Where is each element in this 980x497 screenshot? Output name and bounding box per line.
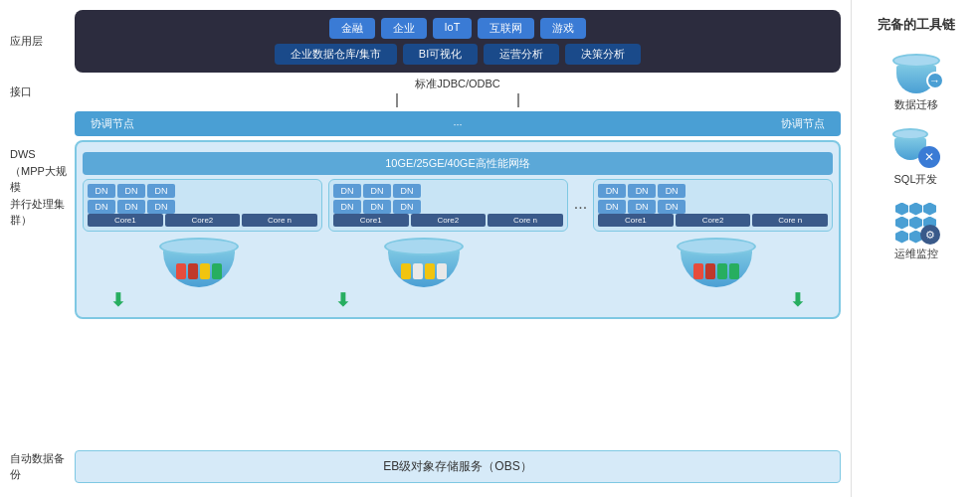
dn-cell: DN [628,200,656,214]
dn-cell: DN [117,200,145,214]
core-cell: Core1 [598,214,674,227]
app-tag-internet: 互联网 [478,18,534,39]
app-row-1: 金融 企业 IoT 互联网 游戏 [85,18,831,39]
app-tag-ops: 运营分析 [484,44,559,65]
app-tag-bi: BI可视化 [403,44,478,65]
coord-dots: ··· [453,118,462,130]
app-row-2: 企业数据仓库/集市 BI可视化 运营分析 决策分析 [85,44,831,65]
dn-cell: DN [147,184,175,198]
dn-cell: DN [333,200,361,214]
dn-cell: DN [598,200,626,214]
hex-cell [895,231,908,244]
hex-cell [895,217,908,230]
coordinator-bar: 协调节点 ··· 协调节点 [75,111,841,136]
arrow-2: ⬇ [335,289,350,311]
drum-3 [677,238,756,287]
storage-group-3 [604,238,829,287]
drum-1 [159,238,239,287]
app-tag-decision: 决策分析 [565,44,641,65]
obs-bar: EB级对象存储服务（OBS） [75,450,841,483]
network-bar: 10GE/25GE/40GE高性能网络 [83,152,833,175]
app-box: 金融 企业 IoT 互联网 游戏 企业数据仓库/集市 BI可视化 运营分析 决策… [75,10,841,73]
core-cell: Core n [488,214,563,227]
dn-grid-3: DN DN DN DN DN DN [598,184,828,214]
db-top [892,54,940,68]
coord-right: 协调节点 [781,116,825,131]
dn-cell: DN [88,200,115,214]
core-row-2: Core1 Core2 Core n [333,214,563,227]
core-cell: Core1 [88,214,163,227]
coordinator-content: 协调节点 ··· 协调节点 [75,111,841,136]
dn-cell: DN [363,200,391,214]
node-group-1: DN DN DN DN DN DN Core1 Core2 Core n [83,179,322,232]
storage-group-1 [87,238,311,287]
dws-layer-content: 10GE/25GE/40GE高性能网络 DN DN DN DN DN DN [75,140,841,319]
dn-cell: DN [147,200,175,214]
tool-item-ops: ⚙ 运维监控 [862,203,970,261]
gear-icon: ⚙ [920,225,940,245]
block-red3 [693,263,703,279]
hex-cell [923,203,936,216]
app-layer-label: 应用层 [10,34,75,49]
arrow-1: ⬇ [110,289,125,311]
core-cell: Core n [752,214,828,227]
interface-layer-label: 接口 [10,84,75,99]
arrows-row: ⬇ ⬇ ⬇ [83,289,833,311]
core-cell: Core2 [165,214,241,227]
block-red [176,263,186,279]
interface-layer-content: 标准JDBC/ODBC [75,77,841,107]
page-container: 应用层 金融 企业 IoT 互联网 游戏 企业数据仓库/集市 BI可视化 运营分… [0,0,980,497]
node-group-3: DN DN DN DN DN DN Core1 Core2 Core n [593,179,833,232]
color-blocks-2 [401,263,447,279]
block-white2 [437,263,447,279]
block-green [212,263,222,279]
app-layer-row: 应用层 金融 企业 IoT 互联网 游戏 企业数据仓库/集市 BI可视化 运营分… [10,10,841,73]
storage-group-2 [311,238,536,287]
hex-cell [895,203,908,216]
sql-dev-icon: ✕ [892,128,940,168]
app-tag-dw: 企业数据仓库/集市 [275,44,397,65]
drum-top-1 [159,238,239,255]
interface-layer-row: 接口 标准JDBC/ODBC [10,77,841,107]
obs-content: EB级对象存储服务（OBS） [75,450,841,483]
tool-label-sql: SQL开发 [893,172,937,187]
obs-layer-row: 自动数据备份 EB级对象存储服务（OBS） [10,450,841,483]
dws-layer-row: DWS （MPP大规模 并行处理集群） 10GE/25GE/40GE高性能网络 … [10,140,841,446]
hex-cell [909,217,922,230]
dws-layer-label: DWS （MPP大规模 并行处理集群） [10,140,75,229]
right-sidebar: 完备的工具链 → 数据迁移 ✕ [851,0,980,497]
core-cell: Core2 [676,214,751,227]
coord-left: 协调节点 [91,116,134,131]
block-yellow2 [401,263,411,279]
dn-cell: DN [658,200,686,214]
block-green2 [717,263,727,279]
tool-item-migration: → 数据迁移 [862,54,970,112]
dn-cell: DN [658,184,686,198]
dn-grid-1: DN DN DN DN DN DN [88,184,317,214]
dn-cell: DN [88,184,115,198]
color-blocks-3 [693,263,739,279]
dn-cell: DN [628,184,656,198]
dn-cell: DN [117,184,145,198]
interface-text: 标准JDBC/ODBC [415,77,500,91]
app-tag-game: 游戏 [540,18,586,39]
ops-monitor-icon: ⚙ [892,203,940,243]
database-migration-icon: → [892,54,940,93]
sql-db-top [892,128,928,140]
migration-arrow-icon: → [926,72,944,89]
core-row-1: Core1 Core2 Core n [88,214,317,227]
app-tag-enterprise: 企业 [381,18,427,39]
interface-line: 标准JDBC/ODBC [75,77,841,107]
block-white [413,263,423,279]
app-tag-iot: IoT [433,18,473,39]
storage-row [83,238,833,287]
tool-label-ops: 运维监控 [894,247,938,261]
tool-label-migration: 数据迁移 [894,97,938,112]
block-yellow [200,263,210,279]
block-green3 [729,263,739,279]
core-cell: Core n [242,214,317,227]
arrow-3: ⬇ [790,289,805,311]
drum-2 [384,238,464,287]
tool-item-sql: ✕ SQL开发 [862,128,970,187]
drum-top-2 [384,238,464,255]
